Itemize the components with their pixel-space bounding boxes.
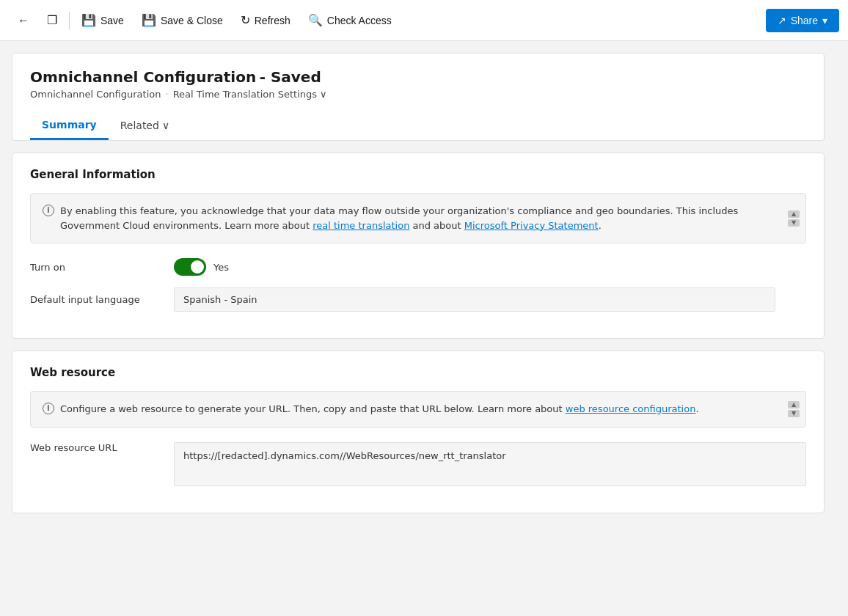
check-access-button[interactable]: 🔍 Check Access — [299, 9, 401, 32]
record-title: Omnichannel Configuration - Saved — [30, 68, 806, 86]
info-box-text: By enabling this feature, you acknowledg… — [60, 204, 794, 232]
save-close-button[interactable]: 💾 Save & Close — [133, 9, 232, 32]
related-chevron-icon: ∨ — [162, 120, 169, 131]
turn-on-value: Yes — [174, 258, 806, 276]
turn-on-field-row: Turn on Yes — [30, 258, 806, 276]
share-chevron-icon: ▾ — [822, 15, 827, 26]
real-time-translation-link[interactable]: real time translation — [312, 220, 409, 231]
web-scroll-up-arrow[interactable]: ▲ — [788, 401, 800, 408]
general-information-card: General Information i By enabling this f… — [12, 153, 825, 339]
save-close-icon: 💾 — [142, 13, 156, 27]
web-resource-info-box: i Configure a web resource to generate y… — [30, 391, 806, 428]
web-resource-config-link[interactable]: web resource configuration — [566, 403, 696, 414]
header-card: Omnichannel Configuration - Saved Omnich… — [12, 53, 825, 141]
breadcrumb-parent: Omnichannel Configuration — [30, 89, 161, 100]
breadcrumb-separator: · — [165, 89, 168, 100]
url-field-row: Web resource URL https://[redacted].dyna… — [30, 442, 806, 486]
web-resource-url-input[interactable]: https://[redacted].dynamics.com//WebReso… — [174, 442, 806, 486]
turn-on-label: Turn on — [30, 262, 162, 273]
toolbar: ← ❐ 💾 Save 💾 Save & Close ↻ Refresh 🔍 Ch… — [0, 0, 848, 41]
web-resource-info-text: Configure a web resource to generate you… — [60, 402, 699, 417]
breadcrumb: Omnichannel Configuration · Real Time Tr… — [30, 89, 806, 100]
share-icon: ↗ — [778, 15, 786, 26]
open-in-new-button[interactable]: ❐ — [38, 9, 66, 32]
web-resource-info-icon: i — [43, 403, 54, 414]
url-label: Web resource URL — [30, 442, 162, 453]
microsoft-privacy-link[interactable]: Microsoft Privacy Statement — [464, 220, 599, 231]
default-language-input[interactable]: Spanish - Spain — [174, 287, 775, 312]
general-info-box: i By enabling this feature, you acknowle… — [30, 193, 806, 243]
back-button[interactable]: ← — [9, 10, 38, 32]
web-resource-scroll-arrows: ▲ ▼ — [788, 401, 800, 417]
tab-summary[interactable]: Summary — [30, 111, 109, 140]
check-access-icon: 🔍 — [308, 13, 323, 27]
scroll-up-arrow[interactable]: ▲ — [788, 210, 800, 218]
web-resource-card: Web resource i Configure a web resource … — [12, 351, 825, 513]
info-scroll-arrows: ▲ ▼ — [788, 210, 800, 227]
save-button[interactable]: 💾 Save — [73, 9, 133, 32]
breadcrumb-chevron-icon: ∨ — [320, 89, 327, 100]
save-icon: 💾 — [81, 13, 96, 27]
web-resource-title: Web resource — [30, 366, 806, 379]
refresh-icon: ↻ — [241, 13, 250, 27]
default-language-label: Default input language — [30, 294, 162, 305]
general-info-title: General Information — [30, 168, 806, 181]
default-language-field-row: Default input language Spanish - Spain — [30, 287, 806, 312]
main-content: Omnichannel Configuration - Saved Omnich… — [0, 41, 836, 537]
tab-related[interactable]: Related ∨ — [109, 112, 181, 140]
share-button[interactable]: ↗ Share ▾ — [766, 9, 839, 32]
tabs-bar: Summary Related ∨ — [30, 111, 806, 140]
web-scroll-down-arrow[interactable]: ▼ — [788, 410, 800, 417]
info-icon: i — [43, 205, 54, 216]
toggle-yes-label: Yes — [213, 262, 229, 273]
default-language-value: Spanish - Spain — [174, 287, 806, 312]
breadcrumb-current[interactable]: Real Time Translation Settings ∨ — [173, 89, 327, 100]
open-new-icon: ❐ — [47, 13, 57, 27]
turn-on-toggle[interactable] — [174, 258, 206, 276]
back-icon: ← — [18, 14, 29, 27]
scroll-down-arrow[interactable]: ▼ — [788, 219, 800, 227]
refresh-button[interactable]: ↻ Refresh — [232, 9, 299, 32]
toolbar-divider-1 — [69, 12, 70, 29]
url-value: https://[redacted].dynamics.com//WebReso… — [174, 442, 806, 486]
